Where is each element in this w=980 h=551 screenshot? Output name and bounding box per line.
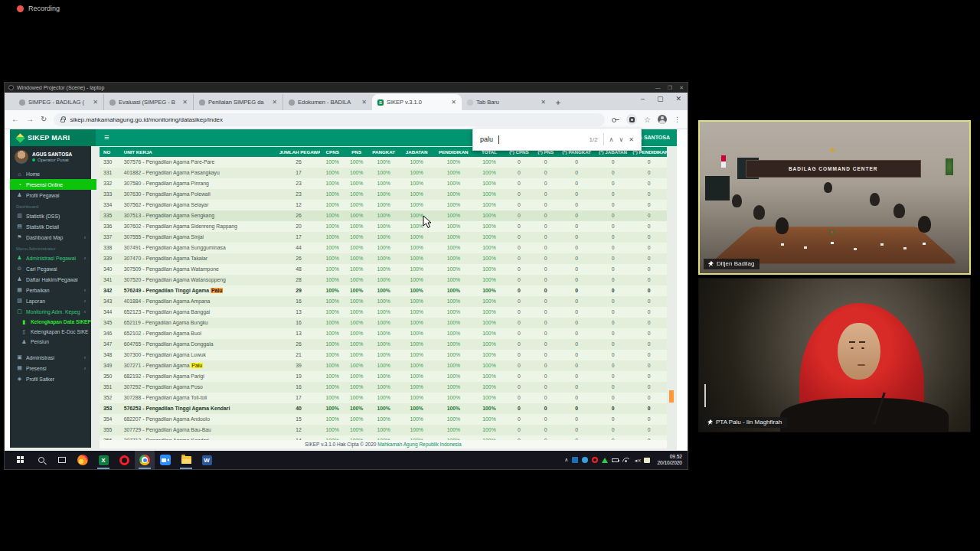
tab-close-icon[interactable]: ✕ <box>541 99 546 106</box>
text-caret <box>498 135 499 144</box>
footer-link[interactable]: Mahkamah Agung Republik Indonesia <box>377 442 462 447</box>
unit-kerja-cell: 307271 - Pengadilan Agama Palu <box>120 360 278 371</box>
tab-close-icon[interactable]: ✕ <box>451 99 456 106</box>
forward-icon[interactable]: → <box>26 116 34 123</box>
projector-maximize-icon[interactable]: ❐ <box>668 85 672 91</box>
pin-icon <box>707 419 713 425</box>
browser-tab-3[interactable]: Penilaian SIMPEG da✕ <box>193 94 283 110</box>
browser-menu-icon[interactable]: ⋮ <box>674 116 681 123</box>
tab-close-icon[interactable]: ✕ <box>182 99 188 106</box>
video-feed-ditjen-badilag[interactable]: BADILAG COMMAND CENTER Ditjen Badilag <box>698 120 971 275</box>
address-bar-extension-icon[interactable] <box>626 114 637 125</box>
sikep-logo[interactable]: SIKEP MARI <box>10 129 96 146</box>
hamburger-menu-icon[interactable]: ≡ <box>104 132 109 142</box>
tab-close-icon[interactable]: ✕ <box>93 99 98 106</box>
volume-muted-icon[interactable]: ◄✕ <box>633 458 640 463</box>
sidebar-item-statistik-dss-[interactable]: ▥Statistik (DSS) <box>10 210 91 221</box>
browser-tab-5[interactable]: SSIKEP v.3.1.0✕ <box>372 94 462 110</box>
taskbar-clock[interactable]: 09.52 20/10/2020 <box>654 454 682 467</box>
mic-stand <box>704 384 706 407</box>
bookmark-star-icon[interactable]: ☆ <box>644 116 651 124</box>
projector-titlebar[interactable]: Windowed Projector (Scene) - laptop — ❐ … <box>5 83 688 93</box>
tray-app-icon-3[interactable] <box>602 458 608 463</box>
table-row: 355307729 - Pengadilan Agama Bau-Bau1210… <box>100 425 667 435</box>
tab-label: SIMPEG - BADILAG ( <box>28 99 88 106</box>
table-body: 330307576 - Pengadilan Agama Pare-Pare26… <box>100 157 667 441</box>
sikep-brand: SIKEP MARI <box>28 134 70 142</box>
wifi-icon[interactable] <box>622 458 629 463</box>
sidebar-item-profil-pegawai[interactable]: ♟Profil Pegawai <box>10 190 91 201</box>
sidebar-item-kelengkapan-data-sikep[interactable]: ▮Kelengkapan Data SIKEP <box>10 317 91 327</box>
unit-kerja-cell: 307288 - Pengadilan Agama Toli-toli <box>120 393 278 403</box>
sidebar-item-monitoring-adm-kepeg[interactable]: ▢Monitoring Adm. Kepeg‹ <box>10 306 91 317</box>
projector-close-icon[interactable]: ✕ <box>679 85 684 91</box>
recording-label: Recording <box>28 5 60 12</box>
tray-app-icon-2[interactable] <box>582 457 588 463</box>
find-previous-icon[interactable]: ∧ <box>609 136 614 143</box>
unit-kerja-cell: 307292 - Pengadilan Agama Poso <box>120 382 278 393</box>
battery-icon[interactable] <box>612 458 619 462</box>
file-explorer-icon[interactable] <box>176 451 196 469</box>
tray-app-icon-1[interactable] <box>572 457 578 463</box>
taskbar-search-icon[interactable] <box>31 451 51 469</box>
sidebar-item-presensi[interactable]: ▦Presensi‹ <box>10 363 91 373</box>
sidebar-item-home[interactable]: ⌂Home <box>10 168 91 179</box>
url-text: sikep.mahkamahagung.go.id/monitoring/dat… <box>70 116 223 123</box>
browser-close-icon[interactable]: ✕ <box>675 95 681 103</box>
tab-close-icon[interactable]: ✕ <box>272 99 277 106</box>
sidebar-item-profil-satker[interactable]: ◈Profil Satker <box>10 373 91 384</box>
sidebar-user-panel[interactable]: AGUS SANTOSA Operator Pusat <box>10 146 91 168</box>
task-view-icon[interactable] <box>52 451 72 469</box>
tray-opera-icon[interactable] <box>592 457 598 463</box>
chevron-left-icon: ‹ <box>84 298 87 304</box>
sidebar-item-label: Kelengkapan Data SIKEP <box>31 319 91 324</box>
sidebar-item-presensi-online[interactable]: ◔Presensi Online <box>10 179 96 190</box>
chevron-left-icon: ‹ <box>84 355 87 360</box>
user-name: AGUS SANTOSA <box>32 152 72 158</box>
sidebar-item-daftar-hakim-pegawai[interactable]: ♟Daftar Hakim/Pegawai <box>10 274 91 285</box>
password-key-icon[interactable] <box>612 116 619 123</box>
word-icon[interactable]: W <box>197 451 217 469</box>
sidebar-item-cari-pegawai[interactable]: ⊙Cari Pegawai <box>10 263 91 274</box>
browser-minimize-icon[interactable]: – <box>641 95 645 103</box>
back-icon[interactable]: ← <box>11 116 19 123</box>
sidebar-item-laporan[interactable]: ▨Laporan‹ <box>10 295 91 306</box>
table-row: 331401882 - Pengadilan Agama Pasangkayu1… <box>100 168 667 178</box>
sikep-logo-icon <box>15 133 25 143</box>
find-input[interactable]: palu <box>480 135 493 143</box>
opera-icon[interactable] <box>114 451 134 469</box>
find-next-icon[interactable]: ∨ <box>619 136 623 143</box>
sidebar-item-label: Presensi Online <box>26 182 63 187</box>
chrome-icon[interactable] <box>135 451 155 469</box>
excel-icon[interactable]: X <box>93 451 113 469</box>
browser-tab-6[interactable]: Tab Baru✕ <box>462 94 551 110</box>
new-tab-button[interactable]: + <box>551 95 565 110</box>
browser-tab-2[interactable]: Evaluasi (SIMPEG - B✕ <box>103 94 193 110</box>
browser-maximize-icon[interactable]: ▢ <box>657 95 664 103</box>
sidebar-item-administrasi-pegawai[interactable]: ♟Administrasi Pegawai‹ <box>10 253 91 263</box>
sidebar-item-perbaikan[interactable]: ▦Perbaikan‹ <box>10 285 91 295</box>
sidebar-item-administrasi[interactable]: ▣Administrasi‹ <box>10 352 91 363</box>
browser-tab-1[interactable]: SIMPEG - BADILAG (✕ <box>14 94 103 110</box>
table-row: 336307602 - Pengadilan Agama Sidenreng R… <box>100 221 667 232</box>
reload-icon[interactable]: ↻ <box>41 116 47 123</box>
firefox-icon[interactable] <box>73 451 93 469</box>
profile-avatar-icon[interactable] <box>658 115 667 124</box>
tab-close-icon[interactable]: ✕ <box>361 99 367 106</box>
zoom-app-icon[interactable] <box>155 451 175 469</box>
address-bar[interactable]: sikep.mahkamahagung.go.id/monitoring/dat… <box>54 113 605 126</box>
start-button[interactable] <box>11 451 31 469</box>
projector-minimize-icon[interactable]: — <box>655 85 661 91</box>
sidebar-item-statistik-detail[interactable]: ▤Statistik Detail <box>10 221 91 232</box>
sidebar-item-kelengkapan-e-doc-sike[interactable]: ▯Kelengkapan E-Doc SIKE <box>10 327 91 337</box>
browser-tab-4[interactable]: Edokumen - BADILA✕ <box>283 94 372 110</box>
video-feed-pta-palu[interactable]: PTA Palu - Iin Maghfirah <box>698 278 971 432</box>
scrollbar-find-marker[interactable] <box>669 390 674 403</box>
find-close-icon[interactable]: ✕ <box>629 136 634 143</box>
sidebar-item-pensiun[interactable]: ♟Pensiun <box>10 337 91 347</box>
column-header: UNIT KERJA <box>120 147 278 157</box>
tray-expand-icon[interactable]: ∧ <box>564 457 568 463</box>
sidebar-item-dashboard-map[interactable]: ⚑Dashboard Map‹ <box>10 232 91 243</box>
lock-icon[interactable] <box>60 119 65 122</box>
notifications-icon[interactable] <box>644 458 650 463</box>
